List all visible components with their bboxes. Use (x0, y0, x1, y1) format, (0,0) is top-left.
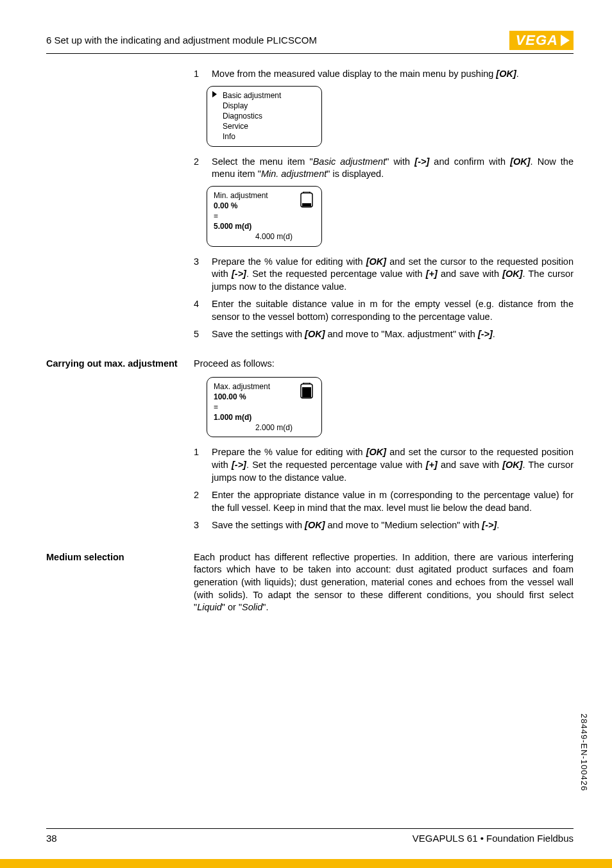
content: 1 Move from the measured value display t… (46, 68, 574, 621)
menu-display: Basic adjustment Display Diagnostics Ser… (207, 86, 322, 147)
display-dist1: 5.000 m(d) (214, 221, 315, 231)
step-text: Save the settings with [OK] and move to … (212, 328, 574, 341)
medium-text: Each product has different reflective pr… (194, 551, 574, 614)
max-intro: Proceed as follows: (194, 358, 574, 371)
svg-rect-3 (302, 387, 311, 397)
cursor-icon (212, 91, 217, 97)
step-number: 1 (194, 446, 203, 484)
step-3: 3 Prepare the % value for editing with [… (194, 256, 574, 294)
step-4: 4 Enter the suitable distance value in m… (194, 298, 574, 323)
page-footer: 38 VEGAPULS 61 • Foundation Fieldbus (46, 828, 574, 845)
vega-logo: VEGA (509, 31, 574, 50)
display-dist1: 1.000 m(d) (214, 412, 315, 422)
step-number: 1 (194, 68, 203, 81)
page-number: 38 (46, 832, 57, 845)
step-number: 4 (194, 298, 203, 323)
document-id: 28449-EN-100426 (578, 714, 590, 791)
logo-text: VEGA (516, 31, 558, 50)
product-name: VEGAPULS 61 • Foundation Fieldbus (412, 832, 574, 845)
step-text: Move from the measured value display to … (212, 68, 574, 81)
display-dist2: 2.000 m(d) (233, 422, 315, 433)
display-dist2: 4.000 m(d) (233, 231, 315, 242)
menu-item: Display (223, 101, 315, 111)
step-text: Save the settings with [OK] and move to … (212, 519, 574, 532)
menu-item: Diagnostics (223, 111, 315, 121)
step-number: 5 (194, 328, 203, 341)
step-text: Prepare the % value for editing with [OK… (212, 256, 574, 294)
section-title: 6 Set up with the indicating and adjustm… (46, 34, 317, 47)
step-1: 1 Move from the measured value display t… (194, 68, 574, 81)
logo-triangle-icon (561, 35, 570, 46)
vessel-empty-icon (298, 192, 315, 213)
svg-rect-1 (302, 203, 311, 206)
max-step-2: 2 Enter the appropriate distance value i… (194, 489, 574, 514)
max-step-1: 1 Prepare the % value for editing with [… (194, 446, 574, 484)
page-header: 6 Set up with the indicating and adjustm… (46, 31, 574, 54)
max-adjustment-display: Max. adjustment 100.00 % = 1.000 m(d) 2.… (207, 377, 322, 438)
step-5: 5 Save the settings with [OK] and move t… (194, 328, 574, 341)
step-number: 3 (194, 519, 203, 532)
step-text: Select the menu item "Basic adjustment" … (212, 156, 574, 181)
step-number: 2 (194, 156, 203, 181)
step-2: 2 Select the menu item "Basic adjustment… (194, 156, 574, 181)
max-step-3: 3 Save the settings with [OK] and move t… (194, 519, 574, 532)
max-adjust-heading: Carrying out max. adjustment (46, 358, 181, 537)
menu-item: Basic adjustment (223, 90, 315, 101)
menu-item: Info (223, 131, 315, 142)
medium-heading: Medium selection (46, 551, 181, 621)
step-text: Enter the appropriate distance value in … (212, 489, 574, 514)
footer-accent-bar (0, 859, 612, 868)
step-text: Prepare the % value for editing with [OK… (212, 446, 574, 484)
min-adjustment-display: Min. adjustment 0.00 % = 5.000 m(d) 4.00… (207, 186, 322, 247)
vessel-full-icon (298, 383, 315, 405)
step-text: Enter the suitable distance value in m f… (212, 298, 574, 323)
menu-item: Service (223, 121, 315, 131)
step-number: 2 (194, 489, 203, 514)
step-number: 3 (194, 256, 203, 294)
